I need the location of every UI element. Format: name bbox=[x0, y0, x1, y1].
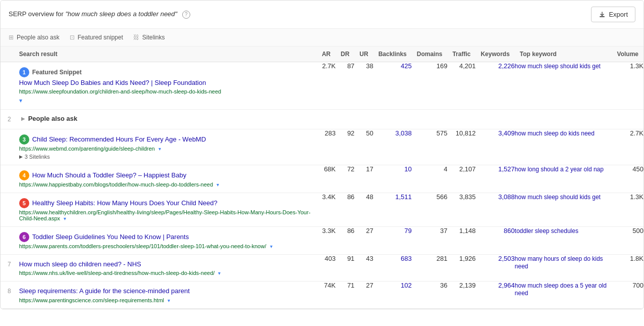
cell-keywords[interactable]: 2,503 bbox=[475, 255, 514, 282]
cell-dr: 86 bbox=[336, 227, 354, 255]
filter-featured-snippet[interactable]: ⊡ Featured snippet bbox=[70, 34, 123, 41]
sitelinks-toggle[interactable]: 3 Sitelinks bbox=[19, 154, 312, 160]
cell-ar: 2.7K bbox=[317, 62, 336, 110]
cell-backlinks[interactable]: 10 bbox=[373, 165, 412, 193]
cell-domains: 169 bbox=[412, 62, 448, 110]
url-dropdown[interactable]: ▾ bbox=[217, 182, 219, 188]
export-button[interactable]: Export bbox=[591, 7, 635, 22]
cell-domains: 4 bbox=[412, 165, 448, 193]
cell-backlinks[interactable]: 3,038 bbox=[373, 129, 412, 165]
cell-traffic: 2,107 bbox=[447, 165, 475, 193]
cell-top-keyword[interactable]: how much sleep should kids get bbox=[515, 62, 612, 110]
cell-ar: 3.3K bbox=[317, 227, 336, 255]
top-keyword-link[interactable]: toddler sleep schedules bbox=[515, 227, 578, 235]
cell-top-keyword[interactable]: how much sleep do kids need bbox=[515, 129, 612, 165]
result-cell: How much sleep do children need? - NHS h… bbox=[14, 255, 317, 282]
result-title-link[interactable]: Healthy Sleep Habits: How Many Hours Doe… bbox=[32, 199, 218, 208]
paa-toggle[interactable]: ▶ bbox=[21, 116, 25, 121]
col-traffic: Traffic bbox=[447, 46, 475, 62]
result-url: https://www.nhs.uk/live-well/sleep-and-t… bbox=[19, 270, 312, 276]
result-header: 5 Healthy Sleep Habits: How Many Hours D… bbox=[19, 198, 312, 208]
result-title-link[interactable]: How Much Should a Toddler Sleep? – Happi… bbox=[32, 171, 186, 180]
cell-backlinks[interactable]: 102 bbox=[373, 282, 412, 308]
result-title-link[interactable]: Child Sleep: Recommended Hours For Every… bbox=[32, 135, 206, 144]
result-url: https://www.webmd.com/parenting/guide/sl… bbox=[19, 146, 312, 152]
col-dr: DR bbox=[336, 46, 354, 62]
url-dropdown[interactable]: ▾ bbox=[270, 244, 273, 249]
row-position bbox=[1, 193, 14, 227]
result-title-link[interactable]: Toddler Sleep Guidelines You Need to Kno… bbox=[32, 232, 189, 242]
cell-top-keyword[interactable]: toddler sleep schedules bbox=[515, 227, 612, 255]
sitelinks-icon: ⛓ bbox=[133, 34, 139, 41]
result-cell: 4 How Much Should a Toddler Sleep? – Hap… bbox=[14, 165, 317, 193]
result-header: 4 How Much Should a Toddler Sleep? – Hap… bbox=[19, 170, 312, 180]
result-cell: 5 Healthy Sleep Habits: How Many Hours D… bbox=[14, 193, 317, 227]
result-main: 1 Featured Snippet How Much Sleep Do Bab… bbox=[14, 62, 317, 109]
top-keyword-link[interactable]: how much sleep does a 5 year old need bbox=[515, 282, 607, 297]
top-keyword-link[interactable]: how long should a 2 year old nap bbox=[515, 166, 604, 173]
cell-ur: 27 bbox=[354, 282, 373, 308]
help-icon[interactable]: ? bbox=[182, 11, 190, 19]
cell-keywords[interactable]: 3,088 bbox=[475, 193, 514, 227]
result-badge: 3 bbox=[19, 134, 29, 145]
cell-ar: 68K bbox=[317, 165, 336, 193]
cell-traffic: 3,835 bbox=[447, 193, 475, 227]
result-title-link[interactable]: Sleep requirements: A guide for the scie… bbox=[19, 287, 190, 296]
cell-keywords[interactable]: 2,226 bbox=[475, 62, 514, 110]
cell-top-keyword[interactable]: how much sleep does a 5 year old need bbox=[515, 282, 612, 308]
top-keyword-link[interactable]: how much sleep do kids need bbox=[515, 130, 595, 137]
cell-keywords[interactable]: 3,409 bbox=[475, 129, 514, 165]
cell-backlinks[interactable]: 79 bbox=[373, 227, 412, 255]
result-title-link[interactable]: How much sleep do children need? - NHS bbox=[19, 260, 141, 269]
cell-keywords[interactable]: 1,527 bbox=[475, 165, 514, 193]
serp-table: Search result AR DR UR Backlinks Domains… bbox=[1, 46, 643, 309]
col-volume: Volume bbox=[612, 46, 643, 62]
table-row: 8 Sleep requirements: A guide for the sc… bbox=[1, 282, 643, 308]
row-position: 2 bbox=[1, 110, 14, 129]
cell-keywords[interactable]: 860 bbox=[475, 227, 514, 255]
cell-traffic: 1,926 bbox=[447, 255, 475, 282]
top-keyword-link[interactable]: how many hours of sleep do kids need bbox=[515, 255, 603, 270]
export-icon bbox=[599, 11, 606, 18]
dropdown-trigger[interactable]: ▾ bbox=[19, 97, 312, 104]
cell-top-keyword[interactable]: how much sleep should kids get bbox=[515, 193, 612, 227]
result-main: 6 Toddler Sleep Guidelines You Need to K… bbox=[14, 227, 317, 254]
result-badge: 1 bbox=[19, 67, 29, 77]
cell-keywords[interactable]: 2,964 bbox=[475, 282, 514, 308]
result-title-link[interactable]: How Much Sleep Do Babies and Kids Need? … bbox=[19, 78, 312, 87]
cell-ar: 283 bbox=[317, 129, 336, 165]
filter-people-also-ask[interactable]: ⊞ People also ask bbox=[9, 34, 60, 41]
row-position bbox=[1, 227, 14, 255]
cell-volume: 1.3K bbox=[612, 193, 643, 227]
cell-ar: 403 bbox=[317, 255, 336, 282]
url-dropdown[interactable]: ▾ bbox=[158, 146, 161, 152]
cell-dr: 71 bbox=[336, 282, 354, 308]
filter-bar: ⊞ People also ask ⊡ Featured snippet ⛓ S… bbox=[1, 29, 643, 46]
result-url: https://www.parents.com/toddlers-prescho… bbox=[19, 243, 312, 249]
result-header: How much sleep do children need? - NHS bbox=[19, 260, 312, 269]
result-header: 3 Child Sleep: Recommended Hours For Eve… bbox=[19, 134, 312, 145]
filter-sitelinks[interactable]: ⛓ Sitelinks bbox=[133, 34, 165, 41]
cell-volume: 1.8K bbox=[612, 255, 643, 282]
url-dropdown[interactable]: ▾ bbox=[168, 298, 170, 303]
cell-top-keyword[interactable]: how many hours of sleep do kids need bbox=[515, 255, 612, 282]
row-position bbox=[1, 165, 14, 193]
url-dropdown[interactable]: ▾ bbox=[218, 270, 221, 276]
paa-cell: ▶ People also ask bbox=[14, 110, 643, 129]
cell-backlinks[interactable]: 683 bbox=[373, 255, 412, 282]
top-keyword-link[interactable]: how much sleep should kids get bbox=[515, 194, 601, 201]
table-row: 6 Toddler Sleep Guidelines You Need to K… bbox=[1, 227, 643, 255]
cell-top-keyword[interactable]: how long should a 2 year old nap bbox=[515, 165, 612, 193]
cell-volume: 2.7K bbox=[612, 129, 643, 165]
col-ur: UR bbox=[354, 46, 373, 62]
col-top-keyword: Top keyword bbox=[515, 46, 612, 62]
top-keyword-link[interactable]: how much sleep should kids get bbox=[515, 63, 601, 70]
cell-ur: 43 bbox=[354, 255, 373, 282]
table-row: 7 How much sleep do children need? - NHS… bbox=[1, 255, 643, 282]
cell-backlinks[interactable]: 1,511 bbox=[373, 193, 412, 227]
url-dropdown[interactable]: ▾ bbox=[64, 216, 66, 221]
featured-icon: ⊡ bbox=[70, 34, 75, 41]
section-label: Featured Snippet bbox=[32, 69, 82, 76]
result-url: https://www.healthychildren.org/English/… bbox=[19, 209, 312, 221]
cell-backlinks[interactable]: 425 bbox=[373, 62, 412, 110]
